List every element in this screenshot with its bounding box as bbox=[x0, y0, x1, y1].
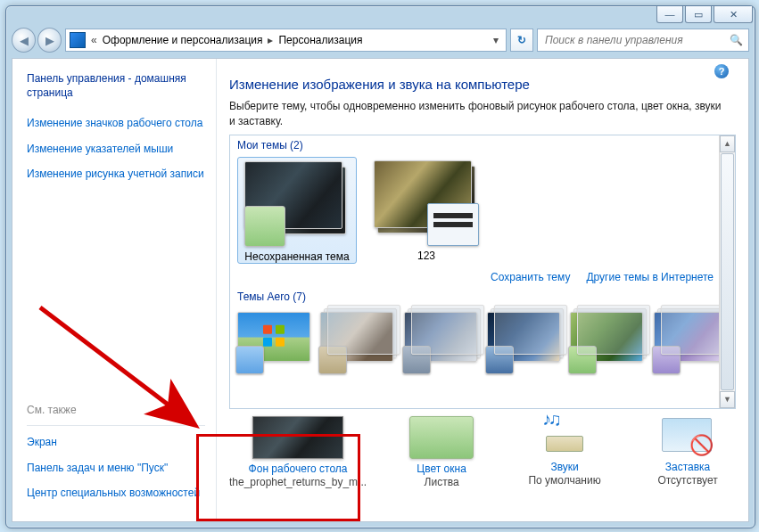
theme-label: 123 bbox=[417, 250, 435, 262]
content-pane: ? Изменение изображения и звука на компь… bbox=[217, 59, 748, 521]
screensaver-card[interactable]: Заставка Отсутствует bbox=[639, 416, 736, 488]
minimize-button[interactable]: — bbox=[656, 6, 683, 23]
aero-color-swatch bbox=[485, 346, 514, 374]
aero-theme-architecture[interactable] bbox=[320, 312, 394, 376]
see-also-display[interactable]: Экран bbox=[27, 435, 205, 449]
desktop-background-preview bbox=[252, 416, 343, 459]
search-input[interactable] bbox=[543, 33, 730, 47]
sidebar-link-desktop-icons[interactable]: Изменение значков рабочего стола bbox=[27, 116, 205, 130]
save-theme-link[interactable]: Сохранить тему bbox=[491, 271, 570, 283]
sounds-value: По умолчанию bbox=[528, 474, 600, 487]
sounds-card[interactable]: Звуки По умолчанию bbox=[516, 416, 613, 488]
theme-actions: Сохранить тему Другие темы в Интернете bbox=[230, 267, 735, 287]
theme-color-swatch bbox=[244, 206, 285, 247]
maximize-button[interactable]: ▭ bbox=[685, 6, 712, 23]
theme-window-preview bbox=[427, 203, 479, 246]
windows-logo-icon bbox=[263, 324, 285, 346]
aero-theme-characters[interactable] bbox=[404, 312, 478, 376]
aero-thumbnail bbox=[320, 312, 393, 362]
breadcrumb-parent[interactable]: Оформление и персонализация bbox=[103, 34, 263, 46]
themes-scrollbar[interactable]: ▲ ▼ bbox=[719, 135, 735, 408]
window-color-card[interactable]: Цвет окна Листва bbox=[393, 416, 490, 488]
aero-theme-windows7[interactable] bbox=[237, 312, 311, 376]
see-also-taskbar[interactable]: Панель задач и меню "Пуск" bbox=[27, 461, 205, 475]
aero-color-swatch bbox=[235, 346, 264, 374]
breadcrumb-separator-icon: ▸ bbox=[268, 34, 273, 46]
theme-card-123[interactable]: 123 bbox=[367, 157, 485, 264]
aero-theme-scenes[interactable] bbox=[654, 312, 728, 376]
desktop-background-card[interactable]: Фон рабочего стола the_prophet_returns_b… bbox=[229, 416, 367, 488]
back-button[interactable]: ◀ bbox=[12, 28, 36, 53]
search-icon: 🔍 bbox=[730, 34, 743, 46]
window-color-value: Листва bbox=[425, 476, 459, 488]
themes-panel: Мои темы (2) Несохраненная тема bbox=[229, 135, 736, 409]
page-title: Изменение изображения и звука на компьют… bbox=[229, 77, 739, 92]
aero-theme-landscapes[interactable] bbox=[487, 312, 561, 376]
refresh-button[interactable]: ↻ bbox=[510, 29, 533, 52]
control-panel-icon bbox=[70, 32, 86, 48]
aero-thumbnail bbox=[570, 312, 643, 362]
aero-color-swatch bbox=[318, 346, 347, 374]
aero-theme-nature[interactable] bbox=[570, 312, 644, 376]
scroll-thumb[interactable] bbox=[721, 153, 734, 390]
aero-color-swatch bbox=[402, 346, 431, 374]
scroll-up-button[interactable]: ▲ bbox=[720, 135, 735, 152]
breadcrumb-prefix: « bbox=[91, 34, 97, 46]
address-dropdown-icon[interactable]: ▾ bbox=[490, 34, 502, 46]
address-bar[interactable]: « Оформление и персонализация ▸ Персонал… bbox=[65, 29, 507, 52]
screensaver-link: Заставка bbox=[665, 461, 711, 473]
separator bbox=[27, 425, 205, 426]
sidebar: Панель управления - домашняя страница Из… bbox=[12, 59, 217, 521]
window-body: Панель управления - домашняя страница Из… bbox=[12, 58, 749, 522]
sidebar-link-mouse-pointers[interactable]: Изменение указателей мыши bbox=[27, 142, 205, 156]
aero-themes-header: Темы Aero (7) bbox=[230, 287, 735, 307]
window-color-link: Цвет окна bbox=[417, 462, 466, 475]
aero-thumbnail bbox=[654, 312, 727, 362]
desktop-background-value: the_prophet_returns_by_m... bbox=[229, 476, 367, 488]
sounds-link: Звуки bbox=[550, 461, 578, 473]
theme-card-unsaved[interactable]: Несохраненная тема bbox=[237, 157, 357, 264]
nav-arrows: ◀ ▶ bbox=[12, 28, 62, 53]
control-panel-home-link[interactable]: Панель управления - домашняя страница bbox=[27, 71, 205, 100]
sounds-preview-icon bbox=[533, 416, 596, 457]
more-themes-link[interactable]: Другие темы в Интернете bbox=[586, 271, 714, 283]
screensaver-preview-icon bbox=[656, 416, 719, 457]
nav-bar: ◀ ▶ « Оформление и персонализация ▸ Перс… bbox=[12, 26, 749, 54]
sidebar-link-account-picture[interactable]: Изменение рисунка учетной записи bbox=[27, 167, 205, 181]
my-themes-list: Несохраненная тема 123 bbox=[230, 155, 735, 267]
aero-color-swatch bbox=[568, 346, 597, 374]
forward-button[interactable]: ▶ bbox=[37, 28, 62, 53]
window-color-preview bbox=[409, 416, 474, 459]
theme-label: Несохраненная тема bbox=[244, 250, 349, 263]
aero-thumbnail bbox=[487, 312, 560, 362]
title-bar: — ▭ ✕ bbox=[6, 6, 755, 26]
search-box[interactable]: 🔍 bbox=[537, 29, 749, 52]
scroll-down-button[interactable]: ▼ bbox=[720, 391, 735, 408]
close-button[interactable]: ✕ bbox=[714, 6, 753, 23]
refresh-icon: ↻ bbox=[517, 34, 526, 46]
see-also-ease-of-access[interactable]: Центр специальных возможностей bbox=[27, 486, 205, 500]
bottom-settings-row: Фон рабочего стола the_prophet_returns_b… bbox=[229, 409, 739, 492]
aero-thumbnail bbox=[404, 312, 477, 362]
see-also-heading: См. также bbox=[27, 404, 205, 416]
aero-color-swatch bbox=[652, 346, 681, 374]
breadcrumb-current[interactable]: Персонализация bbox=[278, 34, 362, 46]
aero-themes-list bbox=[230, 307, 735, 378]
window-frame: — ▭ ✕ ◀ ▶ « Оформление и персонализация … bbox=[5, 5, 755, 528]
desktop-background-link: Фон рабочего стола bbox=[249, 462, 348, 475]
screensaver-value: Отсутствует bbox=[657, 474, 717, 487]
page-instruction: Выберите тему, чтобы одновременно измени… bbox=[229, 99, 739, 129]
my-themes-header: Мои темы (2) bbox=[230, 135, 735, 155]
